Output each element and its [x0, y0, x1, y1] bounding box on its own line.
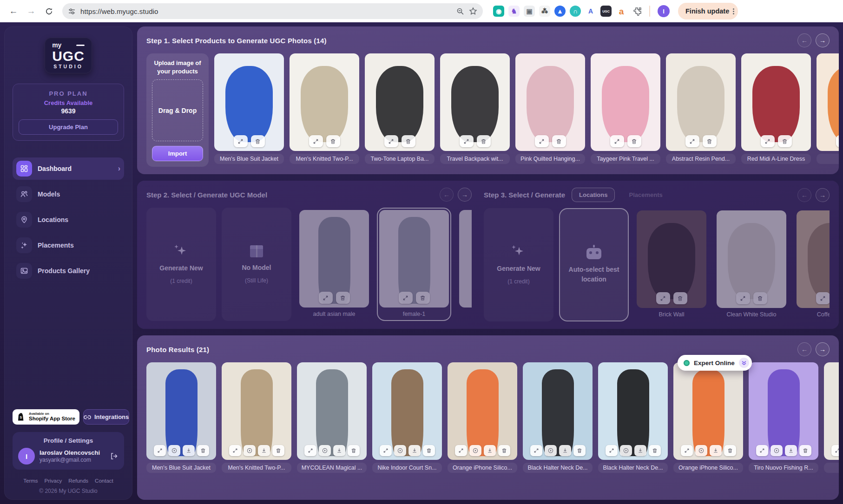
import-button[interactable]: Import [152, 146, 203, 161]
paw-extension-icon[interactable]: ⁂ [539, 6, 550, 17]
product-card[interactable]: Oran [817, 53, 839, 164]
model-card[interactable]: female-1 [377, 208, 451, 321]
delete-button[interactable] [627, 135, 641, 147]
generate-card[interactable]: No Model (Still Life) [222, 208, 291, 321]
delete-button[interactable] [703, 135, 717, 147]
terms-link[interactable]: Terms [23, 478, 38, 484]
delete-button[interactable] [423, 445, 435, 456]
play-button[interactable] [771, 445, 783, 456]
expand-button[interactable] [460, 135, 474, 147]
amazon-extension-icon[interactable]: a [616, 6, 627, 17]
profile-card[interactable]: Profile / Settings I Iaroslav Olencovsch… [13, 432, 124, 470]
delete-button[interactable] [272, 445, 284, 456]
expand-button[interactable] [816, 292, 830, 304]
delete-button[interactable] [673, 292, 687, 304]
model-card[interactable]: fem [457, 208, 472, 321]
scroll-left-button[interactable]: ← [440, 188, 454, 202]
delete-button[interactable] [251, 135, 265, 147]
play-button[interactable] [244, 445, 256, 456]
browser-forward-button[interactable]: → [24, 4, 38, 18]
delete-button[interactable] [724, 445, 736, 456]
expand-button[interactable] [756, 445, 768, 456]
expand-button[interactable] [836, 135, 839, 147]
delete-button[interactable] [799, 445, 811, 456]
result-card[interactable]: Black Halter Neck De... [523, 362, 593, 473]
expand-button[interactable] [831, 445, 839, 456]
scroll-left-button[interactable]: ← [797, 33, 811, 47]
result-card[interactable]: Tiro Nuovo Fishing R... [749, 362, 818, 473]
product-card[interactable]: Two-Tone Laptop Ba... [365, 53, 435, 164]
result-card[interactable]: MYCOLEAN Magical ... [297, 362, 367, 473]
download-button[interactable] [710, 445, 722, 456]
delete-button[interactable] [477, 135, 491, 147]
download-button[interactable] [258, 445, 270, 456]
generate-card[interactable]: Auto-select best location [559, 208, 629, 321]
nordvpn-extension-icon[interactable]: ▲ [554, 6, 566, 17]
delete-button[interactable] [326, 135, 340, 147]
site-settings-icon[interactable] [68, 7, 76, 15]
play-button[interactable] [695, 445, 707, 456]
scroll-left-button[interactable]: ← [797, 342, 811, 356]
extensions-puzzle-icon[interactable] [632, 7, 642, 16]
delete-button[interactable] [552, 135, 566, 147]
delete-button[interactable] [197, 445, 209, 456]
expand-button[interactable] [610, 135, 624, 147]
sidebar-item-models[interactable]: Models [13, 183, 124, 205]
play-button[interactable] [319, 445, 331, 456]
expand-button[interactable] [380, 445, 392, 456]
model-card[interactable]: Clean White Studio [714, 208, 789, 321]
finish-update-button[interactable]: Finish update [678, 3, 738, 20]
unicorn-extension-icon[interactable]: ♞ [508, 6, 520, 17]
bookmark-star-icon[interactable] [469, 7, 477, 15]
scroll-right-button[interactable]: → [816, 33, 830, 47]
play-button[interactable] [394, 445, 406, 456]
profile-avatar[interactable]: I [18, 448, 35, 465]
generate-card[interactable]: Generate New (1 credit) [484, 208, 553, 321]
delete-button[interactable] [336, 292, 350, 304]
privacy-link[interactable]: Privacy [45, 478, 62, 484]
model-card[interactable]: adult asian male [297, 208, 371, 321]
sidebar-item-locations[interactable]: Locations [13, 209, 124, 231]
tab-placements[interactable]: Placements [621, 188, 670, 202]
result-card[interactable]: Men's Knitted Two-P... [222, 362, 291, 473]
address-bar[interactable]: https://web.myugc.studio [62, 3, 483, 19]
teal-circle-extension-icon[interactable]: ◉ [493, 6, 504, 17]
expand-button[interactable] [761, 135, 775, 147]
scroll-left-button[interactable]: ← [797, 188, 811, 202]
a-frame-extension-icon[interactable]: A [585, 6, 596, 17]
result-card[interactable]: Men's Blue Suit Jacket [146, 362, 216, 473]
expand-button[interactable] [535, 135, 549, 147]
delete-button[interactable] [402, 135, 415, 147]
expand-button[interactable] [304, 445, 316, 456]
delete-button[interactable] [778, 135, 792, 147]
zoom-icon[interactable] [456, 7, 464, 15]
delete-button[interactable] [498, 445, 510, 456]
play-button[interactable] [545, 445, 557, 456]
expand-button[interactable] [399, 292, 413, 304]
drag-drop-zone[interactable]: Drag & Drop [152, 79, 203, 141]
download-button[interactable] [559, 445, 571, 456]
result-card[interactable]: Oran [824, 362, 839, 473]
scroll-right-button[interactable]: → [816, 188, 830, 202]
logout-button[interactable] [110, 452, 119, 460]
sidebar-item-dashboard[interactable]: Dashboard › [13, 157, 124, 180]
expand-button[interactable] [384, 135, 398, 147]
delete-button[interactable] [649, 445, 661, 456]
download-button[interactable] [333, 445, 345, 456]
upgrade-plan-button[interactable]: Upgrade Plan [19, 119, 118, 135]
expand-button[interactable] [530, 445, 542, 456]
model-card[interactable]: Brick Wall [634, 208, 709, 321]
product-card[interactable]: Men's Knitted Two-P... [290, 53, 359, 164]
expand-button[interactable] [234, 135, 248, 147]
expand-button[interactable] [685, 135, 699, 147]
play-button[interactable] [469, 445, 481, 456]
tab-locations[interactable]: Locations [572, 188, 615, 202]
expand-button[interactable] [656, 292, 670, 304]
product-card[interactable]: Men's Blue Suit Jacket [214, 53, 284, 164]
expand-button[interactable] [455, 445, 467, 456]
download-button[interactable] [785, 445, 797, 456]
result-card[interactable]: Nike Indoor Court Sn... [372, 362, 442, 473]
expand-button[interactable] [154, 445, 166, 456]
url-text[interactable]: https://web.myugc.studio [80, 7, 452, 15]
sidebar-item-placements[interactable]: Placements [13, 234, 124, 256]
